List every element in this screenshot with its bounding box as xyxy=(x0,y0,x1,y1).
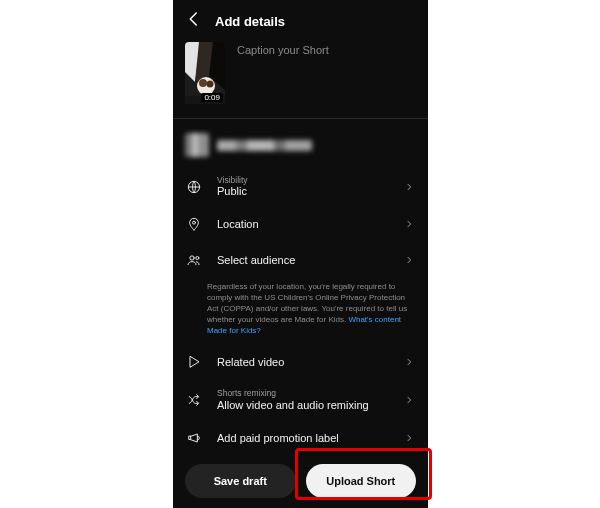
audience-row[interactable]: Select audience xyxy=(173,242,428,278)
people-icon xyxy=(185,252,203,268)
remix-icon xyxy=(185,392,203,408)
remix-label: Shorts remixing xyxy=(217,389,390,398)
location-row[interactable]: Location xyxy=(173,206,428,242)
save-draft-button[interactable]: Save draft xyxy=(185,464,296,498)
bottom-action-bar: Save draft Upload Short xyxy=(173,454,428,508)
avatar xyxy=(185,133,209,157)
account-row[interactable] xyxy=(173,129,428,167)
chevron-right-icon xyxy=(404,353,416,371)
caption-input[interactable]: Caption your Short xyxy=(237,42,416,104)
back-icon[interactable] xyxy=(185,10,203,32)
visibility-row[interactable]: Visibility Public xyxy=(173,167,428,206)
account-name-redacted xyxy=(217,140,312,151)
settings-list: Visibility Public Location S xyxy=(173,129,428,508)
video-thumbnail[interactable]: 0:09 xyxy=(185,42,225,104)
divider xyxy=(173,118,428,119)
svg-point-9 xyxy=(193,222,196,225)
svg-point-5 xyxy=(199,79,207,87)
visibility-value: Public xyxy=(217,185,390,197)
svg-point-6 xyxy=(207,81,214,88)
related-video-row[interactable]: Related video xyxy=(173,344,428,380)
paid-value: Add paid promotion label xyxy=(217,432,390,444)
chevron-right-icon xyxy=(404,215,416,233)
coppa-legal-text: Regardless of your location, you're lega… xyxy=(173,278,428,344)
page-title: Add details xyxy=(215,14,285,29)
add-details-screen: Add details 0:09 Caption your Short xyxy=(173,0,428,508)
upload-short-button[interactable]: Upload Short xyxy=(306,464,417,498)
remix-value: Allow video and audio remixing xyxy=(217,399,390,411)
related-value: Related video xyxy=(217,356,390,368)
svg-point-10 xyxy=(190,256,194,260)
chevron-right-icon xyxy=(404,178,416,196)
megaphone-icon xyxy=(185,430,203,446)
duration-badge: 0:09 xyxy=(201,93,223,102)
globe-icon xyxy=(185,179,203,195)
caption-area: 0:09 Caption your Short xyxy=(173,38,428,118)
location-value: Location xyxy=(217,218,390,230)
audience-value: Select audience xyxy=(217,254,390,266)
chevron-right-icon xyxy=(404,429,416,447)
play-outline-icon xyxy=(185,354,203,370)
chevron-right-icon xyxy=(404,391,416,409)
paid-promotion-row[interactable]: Add paid promotion label xyxy=(173,420,428,456)
visibility-label: Visibility xyxy=(217,176,390,185)
header-bar: Add details xyxy=(173,0,428,38)
svg-point-11 xyxy=(196,257,199,260)
chevron-right-icon xyxy=(404,251,416,269)
remixing-row[interactable]: Shorts remixing Allow video and audio re… xyxy=(173,380,428,419)
location-pin-icon xyxy=(185,216,203,232)
